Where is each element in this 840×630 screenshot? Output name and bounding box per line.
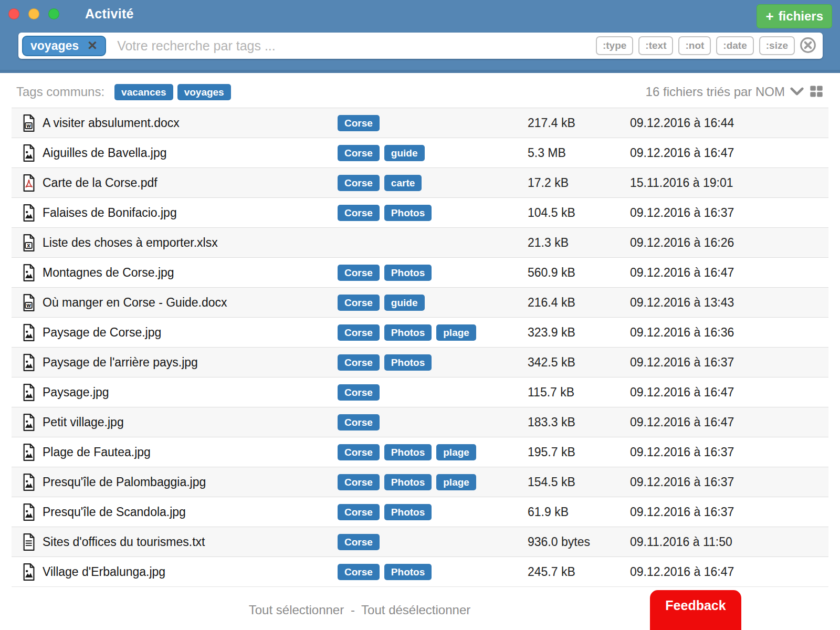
file-type-icon-cell: w x <box>12 114 43 132</box>
file-row[interactable]: w x <box>12 197 828 227</box>
search-input[interactable] <box>116 38 596 54</box>
common-tag-chip[interactable]: vacances <box>114 84 173 100</box>
file-row[interactable]: w x <box>12 317 828 347</box>
file-type-icon-cell: w x <box>12 384 43 401</box>
file-row[interactable]: w x <box>12 377 828 407</box>
file-tag-chip[interactable]: Corse <box>338 115 380 131</box>
file-size: 936.0 bytes <box>528 535 630 549</box>
tag-search-bar[interactable]: voyages ✕ :type:text:not:date:size <box>18 33 823 59</box>
sort-control[interactable]: 16 fichiers triés par NOM <box>646 85 785 99</box>
active-search-tag-label: voyages <box>30 39 79 53</box>
file-tag-chip[interactable]: Corse <box>338 265 380 281</box>
file-type-icon-cell: w x <box>12 144 43 162</box>
file-tag-chip[interactable]: Corse <box>338 354 380 371</box>
file-tag-chip[interactable]: Photos <box>384 444 432 460</box>
file-tag-chip[interactable]: Corse <box>338 534 380 550</box>
feedback-button[interactable]: Feedback <box>650 590 741 630</box>
file-tag-chip[interactable]: Photos <box>384 324 432 341</box>
file-tag-chip[interactable]: Corse <box>338 145 380 161</box>
file-row[interactable]: w x <box>12 167 828 197</box>
file-tag-chip[interactable]: Corse <box>338 295 380 311</box>
file-tag-chip[interactable]: Photos <box>384 504 432 520</box>
file-type-icon-cell: w x <box>12 354 43 371</box>
filter-button-text[interactable]: :text <box>638 36 673 55</box>
remove-tag-icon[interactable]: ✕ <box>87 39 98 52</box>
file-name: Aiguilles de Bavella.jpg <box>43 146 338 160</box>
file-row[interactable]: w x <box>12 497 828 527</box>
file-tag-chip[interactable]: plage <box>436 444 476 460</box>
image-file-icon <box>22 563 36 581</box>
selection-links: Tout sélectionner - Tout désélectionner <box>97 603 622 617</box>
file-row[interactable]: w x <box>12 437 828 467</box>
file-row[interactable]: w x <box>12 347 828 377</box>
link-separator: - <box>351 603 355 617</box>
clear-search-button[interactable] <box>800 37 816 55</box>
deselect-all-link[interactable]: Tout désélectionner <box>361 603 470 617</box>
sort-direction-button[interactable] <box>790 87 804 98</box>
file-name: A visiter absulument.docx <box>43 116 338 130</box>
file-name: Où manger en Corse - Guide.docx <box>43 296 338 310</box>
file-row[interactable]: w x <box>12 138 828 167</box>
image-file-icon <box>22 384 36 401</box>
file-tags: CorsePhotos <box>338 205 528 221</box>
file-tag-chip[interactable]: Corse <box>338 474 380 490</box>
image-file-icon <box>22 444 36 461</box>
file-tags: CorsePhotosplage <box>338 444 528 460</box>
file-list: w x <box>12 108 828 587</box>
file-tag-chip[interactable]: guide <box>384 295 425 311</box>
text-file-icon <box>22 533 36 551</box>
file-name: Petit village.jpg <box>43 415 338 429</box>
file-size: 61.9 kB <box>528 505 630 519</box>
file-size: 216.4 kB <box>528 296 630 310</box>
svg-text:x: x <box>27 243 30 248</box>
file-name: Montagnes de Corse.jpg <box>43 266 338 280</box>
file-tag-chip[interactable]: Photos <box>384 205 432 221</box>
file-tag-chip[interactable]: Photos <box>384 354 432 371</box>
common-tag-chip[interactable]: voyages <box>177 84 231 100</box>
filter-button-not[interactable]: :not <box>678 36 711 55</box>
file-row[interactable]: w x <box>12 407 828 437</box>
file-tag-chip[interactable]: carte <box>384 175 422 191</box>
file-tag-chip[interactable]: Corse <box>338 175 380 191</box>
file-row[interactable]: w x <box>12 108 828 138</box>
file-tag-chip[interactable]: guide <box>384 145 425 161</box>
zoom-window-button[interactable] <box>48 8 59 19</box>
select-all-link[interactable]: Tout sélectionner <box>249 603 344 617</box>
image-file-icon <box>22 324 36 341</box>
minimize-window-button[interactable] <box>28 8 39 19</box>
file-tag-chip[interactable]: plage <box>436 474 476 490</box>
file-tag-chip[interactable]: Corse <box>338 384 380 401</box>
file-tag-chip[interactable]: Corse <box>338 564 380 580</box>
file-tag-chip[interactable]: Photos <box>384 474 432 490</box>
file-row[interactable]: w x <box>12 257 828 287</box>
file-tag-chip[interactable]: Corse <box>338 324 380 341</box>
file-tags: CorsePhotos <box>338 354 528 371</box>
active-search-tag[interactable]: voyages ✕ <box>22 36 106 56</box>
grid-view-button[interactable] <box>809 84 824 100</box>
file-row[interactable]: w x <box>12 556 828 586</box>
file-row[interactable]: w x <box>12 527 828 556</box>
window-header: Activité + fichiers voyages ✕ :type:text… <box>0 0 840 73</box>
common-tags-label: Tags communs: <box>16 85 104 99</box>
filter-button-type[interactable]: :type <box>596 36 633 55</box>
file-tag-chip[interactable]: Corse <box>338 414 380 430</box>
close-window-button[interactable] <box>8 8 19 19</box>
file-type-icon-cell: w x <box>12 204 43 222</box>
file-row[interactable]: w x <box>12 467 828 497</box>
file-row[interactable]: w x <box>12 287 828 317</box>
file-size: 245.7 kB <box>528 565 630 579</box>
add-files-button[interactable]: + fichiers <box>757 4 832 28</box>
file-tag-chip[interactable]: plage <box>436 324 476 341</box>
filter-button-size[interactable]: :size <box>759 36 795 55</box>
svg-text:w: w <box>26 123 31 129</box>
file-tag-chip[interactable]: Photos <box>384 265 432 281</box>
file-tag-chip[interactable]: Corse <box>338 444 380 460</box>
file-tag-chip[interactable]: Photos <box>384 564 432 580</box>
file-name: Liste des choses à emporter.xlsx <box>43 236 338 250</box>
file-tags: CorsePhotos <box>338 504 528 520</box>
file-tag-chip[interactable]: Corse <box>338 205 380 221</box>
file-row[interactable]: w x <box>12 227 828 257</box>
titlebar: Activité + fichiers <box>0 0 840 27</box>
file-tag-chip[interactable]: Corse <box>338 504 380 520</box>
filter-button-date[interactable]: :date <box>716 36 753 55</box>
